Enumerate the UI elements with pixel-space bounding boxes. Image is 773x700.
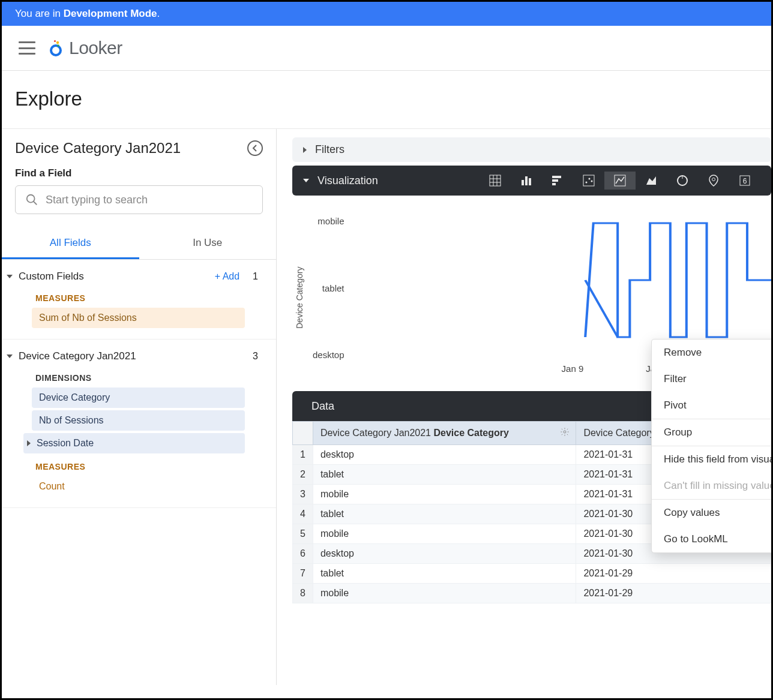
field-sum-nb-sessions[interactable]: Sum of Nb of Sessions	[32, 308, 245, 328]
svg-point-20	[591, 181, 593, 182]
cell-device-category: tablet	[313, 504, 576, 524]
filters-panel-header[interactable]: Filters	[292, 137, 771, 162]
visualization-panel-header[interactable]: Visualization 6	[292, 166, 771, 196]
svg-point-2	[54, 40, 56, 42]
cell-device-category: tablet	[313, 564, 576, 584]
svg-rect-14	[552, 176, 561, 178]
svg-rect-12	[525, 176, 528, 185]
table-row[interactable]: 8mobile2021-01-29	[293, 584, 771, 603]
banner-mode: Development Mode	[64, 8, 157, 19]
svg-rect-6	[490, 175, 501, 186]
y-label-tablet: tablet	[313, 283, 344, 293]
svg-point-25	[712, 178, 715, 181]
chevron-down-icon	[303, 179, 309, 182]
svg-line-5	[34, 202, 37, 205]
field-picker-sidebar: Device Category Jan2021 Find a Field All…	[2, 129, 277, 685]
vis-scatter-icon[interactable]	[573, 172, 604, 190]
menu-group[interactable]: Group	[652, 419, 771, 446]
vis-donut-icon[interactable]	[667, 172, 698, 190]
x-label-0: Jan 9	[562, 363, 584, 374]
vis-line-icon[interactable]	[604, 172, 636, 190]
custom-fields-section: Custom Fields + Add 1 MEASURES Sum of Nb…	[2, 260, 276, 340]
visualization-label: Visualization	[317, 175, 378, 187]
vis-area-icon[interactable]	[636, 172, 667, 190]
chevron-down-icon[interactable]	[7, 354, 13, 358]
view-label[interactable]: Device Category Jan2021	[19, 350, 247, 362]
row-number: 8	[293, 584, 313, 603]
menu-copy-values[interactable]: Copy values	[652, 500, 771, 526]
view-field-count: 3	[253, 351, 262, 362]
vis-column-icon[interactable]	[511, 172, 542, 190]
field-count[interactable]: Count	[32, 476, 245, 497]
banner-prefix: You are in	[15, 8, 64, 19]
menu-hide-from-vis[interactable]: Hide this field from visualization	[652, 446, 771, 473]
vis-bar-icon[interactable]	[542, 172, 573, 190]
field-session-date[interactable]: Session Date	[23, 433, 245, 453]
custom-fields-label[interactable]: Custom Fields	[19, 271, 209, 283]
field-device-category[interactable]: Device Category	[32, 387, 245, 408]
cell-device-category: tablet	[313, 465, 576, 485]
svg-point-0	[51, 46, 61, 55]
chevron-down-icon[interactable]	[7, 275, 13, 278]
data-label: Data	[311, 400, 334, 413]
svg-marker-22	[646, 176, 656, 185]
svg-rect-17	[583, 175, 594, 186]
svg-rect-15	[552, 179, 558, 182]
cell-device-category: desktop	[313, 544, 576, 564]
search-input[interactable]	[46, 194, 253, 206]
menu-remove[interactable]: Remove	[652, 340, 771, 366]
tab-all-fields[interactable]: All Fields	[2, 229, 139, 259]
main-area: Filters Visualization 6 Device Category …	[277, 129, 771, 685]
cell-device-category: mobile	[313, 524, 576, 544]
y-axis-labels: mobile tablet desktop	[310, 211, 347, 384]
topbar: Looker	[2, 26, 771, 71]
gear-icon[interactable]	[560, 427, 570, 439]
chevron-right-icon	[27, 440, 31, 446]
view-section: Device Category Jan2021 3 DIMENSIONS Dev…	[2, 340, 276, 508]
rownum-header	[293, 422, 313, 445]
menu-go-to-lookml[interactable]: Go to LookML	[652, 526, 771, 552]
filters-label: Filters	[315, 143, 344, 156]
svg-text:6: 6	[743, 177, 747, 185]
row-number: 7	[293, 564, 313, 584]
row-number: 5	[293, 524, 313, 544]
menu-filter[interactable]: Filter	[652, 366, 771, 392]
custom-fields-count: 1	[253, 271, 262, 282]
field-nb-sessions[interactable]: Nb of Sessions	[32, 410, 245, 431]
chevron-right-icon	[303, 147, 307, 153]
cell-device-category: desktop	[313, 445, 576, 465]
page-title: Explore	[2, 71, 771, 129]
vis-map-icon[interactable]	[698, 172, 729, 190]
y-label-mobile: mobile	[313, 216, 344, 226]
cell-device-category: mobile	[313, 485, 576, 504]
vis-table-icon[interactable]	[480, 172, 511, 190]
measures-heading: MEASURES	[35, 293, 263, 303]
menu-fill-missing: Can't fill in missing values	[652, 473, 771, 499]
svg-rect-16	[552, 183, 556, 185]
col-device-category[interactable]: Device Category Jan2021 Device Category	[313, 422, 576, 445]
col1-field: Device Category	[433, 428, 508, 438]
menu-pivot[interactable]: Pivot	[652, 392, 771, 419]
explore-name: Device Category Jan2021	[15, 140, 181, 157]
logo-text: Looker	[69, 38, 122, 58]
search-icon	[25, 193, 38, 206]
hamburger-icon[interactable]	[19, 41, 35, 55]
back-button[interactable]	[247, 140, 263, 156]
vis-type-selector: 6	[480, 172, 760, 190]
svg-rect-11	[522, 180, 524, 185]
table-row[interactable]: 7tablet2021-01-29	[293, 564, 771, 584]
svg-point-19	[589, 178, 591, 180]
add-custom-field-button[interactable]: + Add	[215, 271, 239, 282]
col1-prefix: Device Category Jan2021	[320, 428, 434, 438]
cell-session-date: 2021-01-29	[576, 564, 771, 584]
tab-in-use[interactable]: In Use	[139, 229, 277, 259]
search-field-box[interactable]	[15, 185, 263, 214]
banner-suffix: .	[157, 8, 160, 19]
dimensions-heading: DIMENSIONS	[35, 373, 263, 383]
y-label-desktop: desktop	[313, 350, 344, 360]
svg-rect-13	[529, 178, 531, 185]
vis-single-icon[interactable]: 6	[729, 172, 760, 190]
svg-line-28	[585, 280, 618, 337]
measures-heading-2: MEASURES	[35, 462, 263, 471]
row-number: 4	[293, 504, 313, 524]
